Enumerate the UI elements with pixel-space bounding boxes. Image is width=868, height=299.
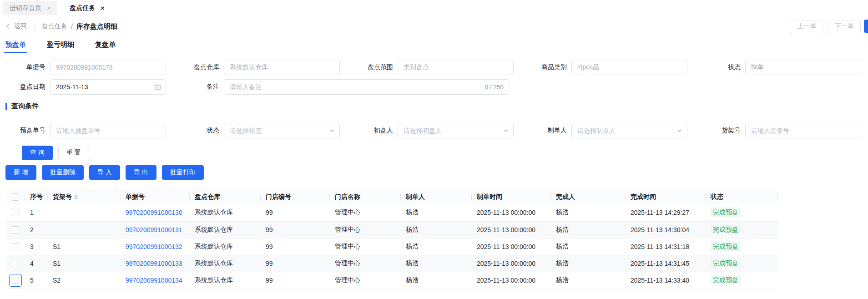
row-checkbox[interactable] [9,257,22,270]
chevron-left-icon [6,24,11,29]
doc-no-link[interactable]: 9970200991000133 [126,260,182,267]
doc-no-link[interactable]: 9970200991000131 [126,226,182,233]
clipped-blue-button[interactable] [864,20,868,33]
window-tab-inventory-task[interactable]: 盘点任务 × [63,1,111,15]
cell-warehouse: 系统默认仓库 [189,255,260,272]
header-form: 单据号 盘点仓库 盘点范围 商品类别 状态 盘点日期 [0,53,868,95]
status-badge: 完成预盘 [711,275,741,284]
page-title: 库存盘点明细 [76,22,117,31]
cell-finish-time: 2025-11-13 14:30:04 [625,221,705,238]
col-create-time: 制单时间 [471,189,550,204]
cell-warehouse: 系统默认仓库 [189,221,260,238]
cell-store-no: 99 [260,221,329,238]
row-checkbox[interactable] [9,206,22,219]
detail-tabs: 预盘单 盈亏明细 复盘单 [0,37,868,53]
cell-shelf-no: S1 [47,238,120,255]
search-button-row: 查 询 重 置 [22,146,868,160]
pre-order-no-input[interactable] [50,123,166,138]
row-checkbox[interactable] [9,240,22,253]
cell-seq: 1 [25,204,47,221]
doc-no-link[interactable]: 9970200991000130 [126,209,182,216]
cell-seq: 4 [25,255,47,272]
status-field[interactable] [745,60,861,75]
col-creator: 制单人 [400,189,471,204]
doc-no-link[interactable]: 9970200991000132 [126,243,182,250]
cell-finish-time: 2025-11-13 14:31:45 [625,255,705,272]
col-store-no: 门店编号 [260,189,329,204]
query-title-text: 查询条件 [11,102,39,111]
sort-icon[interactable] [74,194,78,200]
batch-delete-button[interactable]: 批量删除 [42,165,84,180]
back-button[interactable]: 返回 [7,22,27,30]
query-status-label: 状态 [183,127,224,135]
cell-store-name: 管理中心 [329,272,400,289]
cell-finish-time: 2025-11-13 14:33:40 [625,272,705,289]
creator-select[interactable] [571,123,687,138]
pre-order-no-label: 预盘单号 [9,127,50,135]
doc-no-link[interactable]: 9970200991000134 [126,277,182,284]
cell-creator: 杨浩 [400,272,471,289]
warehouse-field[interactable] [224,60,340,75]
cell-finisher: 杨浩 [550,255,625,272]
cell-warehouse: 系统默认仓库 [189,272,260,289]
next-order-button[interactable]: 下一单 [828,20,861,33]
window-tab-home[interactable]: 进销存首页 × [3,1,57,15]
back-label: 返回 [14,22,27,30]
col-status: 状态 [705,189,778,204]
shelf-no-input[interactable] [745,123,861,138]
cell-creator: 杨浩 [400,204,471,221]
cell-shelf-no [47,204,120,221]
reset-button[interactable]: 重 置 [58,146,89,160]
status-badge: 完成预盘 [711,258,741,268]
table-row: 5 S2 9970200991000134 系统默认仓库 99 管理中心 杨浩 … [6,272,778,289]
action-button-row: 新 增 批量删除 导 入 导 出 批量打印 [5,165,868,180]
close-icon[interactable]: × [47,5,50,12]
query-form: 预盘单号 状态 初盘人 制单人 货架号 [0,117,868,138]
cell-seq: 2 [25,221,47,238]
table-body: 1 9970200991000130 系统默认仓库 99 管理中心 杨浩 202… [6,204,778,289]
cell-finish-time: 2025-11-13 14:29:27 [625,204,705,221]
cell-store-no: 99 [260,204,329,221]
scope-label: 盘点范围 [357,63,398,71]
tab-pre-count[interactable]: 预盘单 [5,37,26,53]
select-all-checkbox[interactable] [9,191,22,203]
status-label: 状态 [704,63,745,71]
cell-store-no: 99 [260,238,329,255]
window-tab-home-label: 进销存首页 [10,4,41,12]
first-counter-select[interactable] [398,123,514,138]
nav-buttons: 上一单 下一单 [791,20,861,33]
count-date-field[interactable] [50,79,166,95]
cell-create-time: 2025-11-13 00:00:00 [471,238,550,255]
cell-creator: 杨浩 [400,238,471,255]
warehouse-label: 盘点仓库 [183,63,224,71]
remark-label: 备注 [183,83,224,91]
cell-seq: 5 [25,272,47,289]
tab-profit-loss-detail[interactable]: 盈亏明细 [47,37,74,53]
cell-store-name: 管理中心 [329,221,400,238]
cell-creator: 杨浩 [400,255,471,272]
remark-field[interactable] [224,79,509,95]
cell-seq: 3 [25,238,47,255]
batch-print-button[interactable]: 批量打印 [162,165,204,180]
breadcrumb-section[interactable]: 盘点任务 [42,22,67,30]
prev-order-button[interactable]: 上一单 [791,20,823,33]
close-icon[interactable]: × [101,5,104,12]
cell-finisher: 杨浩 [550,272,625,289]
scope-field[interactable] [398,60,514,75]
import-button[interactable]: 导 入 [89,165,120,180]
row-checkbox[interactable] [9,274,22,287]
col-shelf-no[interactable]: 货架号 [47,189,120,204]
tab-recount[interactable]: 复盘单 [95,37,116,53]
add-button[interactable]: 新 增 [5,165,36,180]
query-status-select[interactable] [224,123,340,138]
col-store-name: 门店名称 [329,189,400,204]
search-button[interactable]: 查 询 [22,146,53,160]
breadcrumb: 返回 盘点任务 / 库存盘点明细 上一单 下一单 [0,18,868,35]
export-button[interactable]: 导 出 [126,165,156,180]
creator-label: 制单人 [530,127,571,135]
row-checkbox[interactable] [9,223,22,236]
table-row: 1 9970200991000130 系统默认仓库 99 管理中心 杨浩 202… [6,204,778,221]
doc-no-field[interactable] [50,60,166,75]
cell-create-time: 2025-11-13 00:00:00 [471,272,550,289]
category-field[interactable] [571,60,687,75]
